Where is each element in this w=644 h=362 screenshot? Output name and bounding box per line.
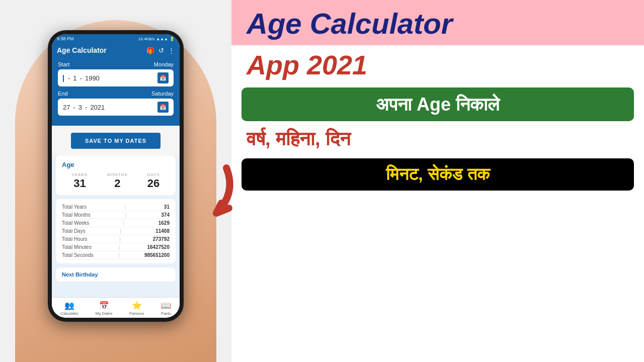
end-month: 3 — [78, 104, 82, 111]
stat-label: Total Months — [62, 212, 91, 218]
table-row: Total Days | 11408 — [62, 227, 170, 235]
header-icons: 🎁 ↺ ⋮ — [146, 47, 175, 54]
age-label: Age — [62, 161, 170, 168]
yellow-text: मिनट, सेकंड तक — [254, 164, 622, 185]
years-unit: YEARS 31 — [71, 172, 88, 190]
separator2: - — [80, 74, 82, 82]
calculator-nav-icon: 👥 — [64, 301, 74, 310]
start-label-row: Start Monday — [58, 61, 174, 67]
end-year: 2021 — [90, 104, 105, 111]
hindi-section: वर्ष, महिना, दिन — [231, 124, 644, 154]
separator4: - — [85, 104, 87, 111]
app-title: Age Calculator — [57, 46, 107, 54]
separator3: - — [73, 104, 75, 111]
separator1: - — [68, 74, 70, 82]
start-day: Monday — [154, 61, 174, 67]
days-value: 26 — [147, 177, 159, 190]
nav-facts-label: Facts — [161, 311, 171, 316]
arrow-decoration — [186, 163, 247, 223]
table-row: Total Hours | 273792 — [62, 235, 170, 243]
stat-label: Total Weeks — [62, 220, 89, 226]
end-label-row: End Saturday — [58, 90, 174, 97]
table-row: Total Weeks | 1629 — [62, 219, 170, 227]
nav-famous-label: Famous — [129, 311, 144, 316]
date-section: Start Monday - 1 - 1990 📅 — [52, 57, 180, 126]
stat-value: 374 — [161, 212, 170, 218]
end-label: End — [58, 90, 68, 97]
stat-label: Total Days — [62, 228, 86, 234]
table-row: Total Years | 31 — [62, 203, 170, 211]
end-day: Saturday — [151, 90, 174, 97]
nav-my-dates[interactable]: 📅 My Dates — [96, 301, 113, 316]
app-header: Age Calculator 🎁 ↺ ⋮ — [52, 43, 180, 57]
months-value: 2 — [107, 177, 128, 190]
cursor-indicator — [63, 74, 65, 82]
years-label: YEARS — [71, 172, 88, 177]
green-banner: अपना Age निकाले — [242, 87, 634, 121]
start-calendar-icon[interactable]: 📅 — [157, 72, 169, 83]
stat-label: Total Years — [62, 204, 87, 210]
nav-my-dates-label: My Dates — [96, 311, 113, 316]
days-unit: DAYS 26 — [147, 172, 159, 190]
stat-label: Total Seconds — [62, 252, 94, 258]
stat-value: 31 — [164, 204, 170, 210]
table-row: Total Seconds | 985651200 — [62, 251, 170, 259]
yellow-banner: मिनट, सेकंड तक — [242, 158, 634, 191]
start-label: Start — [58, 61, 69, 67]
start-date-row: Start Monday - 1 - 1990 📅 — [58, 61, 174, 86]
subtitle-red: App 2021 — [231, 45, 644, 84]
stat-label: Total Minutes — [62, 244, 92, 250]
left-panel: 9:38 PM 19.4KB/s ▲▲▲ 🔋 Age Calculator 🎁 … — [0, 0, 231, 362]
refresh-icon[interactable]: ↺ — [158, 47, 164, 54]
nav-facts[interactable]: 📖 Facts — [161, 301, 171, 316]
phone-mockup: 9:38 PM 19.4KB/s ▲▲▲ 🔋 Age Calculator 🎁 … — [48, 30, 184, 322]
stats-table: Total Years | 31 Total Months | 374 Tota… — [56, 199, 176, 263]
green-text: अपना Age निकाले — [254, 94, 622, 115]
end-day-val: 27 — [63, 104, 70, 111]
stat-value: 11408 — [155, 228, 170, 234]
stat-value: 16427520 — [147, 244, 170, 250]
age-section: Age YEARS 31 MONTHS 2 DAYS 26 — [56, 156, 176, 195]
table-row: Total Minutes | 16427520 — [62, 243, 170, 251]
nav-famous[interactable]: ⭐ Famous — [129, 301, 144, 316]
save-button[interactable]: SAVE TO MY DATES — [71, 133, 160, 149]
right-panel: Age Calculator App 2021 अपना Age निकाले … — [231, 0, 644, 362]
phone-screen: 9:38 PM 19.4KB/s ▲▲▲ 🔋 Age Calculator 🎁 … — [52, 34, 180, 318]
start-year: 1990 — [85, 74, 100, 82]
my-dates-nav-icon: 📅 — [99, 301, 109, 310]
stat-value: 273792 — [153, 236, 170, 242]
gift-icon[interactable]: 🎁 — [146, 47, 154, 54]
age-units: YEARS 31 MONTHS 2 DAYS 26 — [62, 172, 170, 190]
famous-nav-icon: ⭐ — [132, 301, 142, 310]
network-info: 19.4KB/s — [138, 37, 154, 41]
stat-value: 985651200 — [144, 252, 170, 258]
end-date-input[interactable]: 27 - 3 - 2021 📅 — [58, 99, 174, 116]
start-date-input[interactable]: - 1 - 1990 📅 — [58, 69, 174, 86]
nav-calculator[interactable]: 👥 Calculator — [60, 301, 78, 316]
end-date-parts: 27 - 3 - 2021 — [63, 104, 105, 111]
app-content: Start Monday - 1 - 1990 📅 — [52, 57, 180, 297]
save-section: SAVE TO MY DATES — [52, 126, 180, 156]
start-date-parts: - 1 - 1990 — [63, 74, 100, 82]
status-icons: 19.4KB/s ▲▲▲ 🔋 — [138, 37, 175, 41]
bottom-nav: 👥 Calculator 📅 My Dates ⭐ Famous 📖 Facts — [52, 297, 180, 318]
menu-icon[interactable]: ⋮ — [168, 47, 175, 54]
months-label: MONTHS — [107, 172, 128, 177]
status-bar: 9:38 PM 19.4KB/s ▲▲▲ 🔋 — [52, 34, 180, 43]
years-value: 31 — [71, 177, 88, 190]
stat-value: 1629 — [158, 220, 170, 226]
battery-icon: 🔋 — [170, 37, 175, 41]
end-calendar-icon[interactable]: 📅 — [157, 102, 169, 113]
title-box: Age Calculator — [231, 0, 644, 45]
main-title: Age Calculator — [247, 9, 629, 38]
days-label: DAYS — [147, 172, 159, 177]
nav-calculator-label: Calculator — [60, 311, 78, 316]
status-time: 9:38 PM — [57, 36, 74, 41]
months-unit: MONTHS 2 — [107, 172, 128, 190]
next-birthday: Next Birthday — [56, 267, 176, 282]
facts-nav-icon: 📖 — [161, 301, 171, 310]
stat-label: Total Hours — [62, 236, 88, 242]
end-date-row: End Saturday 27 - 3 - 2021 📅 — [58, 90, 174, 116]
start-month: 1 — [73, 74, 76, 82]
table-row: Total Months | 374 — [62, 211, 170, 219]
